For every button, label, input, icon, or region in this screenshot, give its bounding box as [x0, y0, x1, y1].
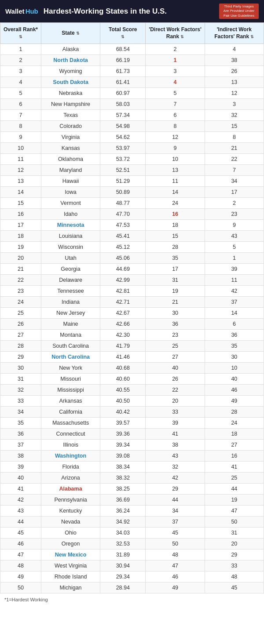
- cell-indirect: 44: [205, 484, 264, 495]
- cell-state: Arizona: [41, 473, 100, 484]
- cell-state: Utah: [41, 253, 100, 264]
- cell-score: 41.46: [100, 352, 146, 363]
- cell-rank: 44: [0, 517, 41, 528]
- cell-rank: 35: [0, 418, 41, 429]
- cell-state: Ohio: [41, 528, 100, 538]
- cell-state: New York: [41, 363, 100, 374]
- cell-score: 44.69: [100, 264, 146, 275]
- cell-indirect: 18: [205, 429, 264, 440]
- cell-score: 53.72: [100, 154, 146, 165]
- cell-direct: 50: [146, 538, 205, 549]
- table-row: 24Indiana42.712137: [0, 297, 264, 308]
- cell-state: Michigan: [41, 582, 100, 593]
- cell-indirect: 27: [205, 440, 264, 451]
- cell-rank: 19: [0, 242, 41, 253]
- cell-rank: 33: [0, 396, 41, 407]
- cell-state: Wisconsin: [41, 242, 100, 253]
- cell-score: 32.53: [100, 538, 146, 549]
- table-row: 37Illinois39.343827: [0, 440, 264, 451]
- table-row: 7Texas57.34632: [0, 110, 264, 121]
- cell-rank: 40: [0, 473, 41, 484]
- col-header-direct[interactable]: 'Direct Work Factors' Rank ⇅: [146, 23, 205, 44]
- cell-indirect: 45: [205, 582, 264, 593]
- table-row: 49Rhode Island29.344648: [0, 571, 264, 582]
- cell-state: South Carolina: [41, 341, 100, 352]
- cell-indirect: 43: [205, 231, 264, 242]
- cell-direct: 41: [146, 429, 205, 440]
- cell-direct: 2: [146, 44, 205, 55]
- cell-direct: 47: [146, 560, 205, 571]
- cell-score: 30.94: [100, 560, 146, 571]
- col-header-indirect[interactable]: 'Indirect Work Factors' Rank ⇅: [205, 23, 264, 44]
- cell-state: Massachusetts: [41, 418, 100, 429]
- table-row: 25New Jersey42.673014: [0, 308, 264, 319]
- cell-direct: 24: [146, 198, 205, 209]
- table-row: 50Michigan28.944945: [0, 582, 264, 593]
- cell-state: Nevada: [41, 517, 100, 528]
- cell-indirect: 37: [205, 297, 264, 308]
- cell-direct: 19: [146, 286, 205, 297]
- cell-rank: 28: [0, 341, 41, 352]
- header-title: Hardest-Working States in the U.S.: [44, 7, 214, 16]
- cell-indirect: 6: [205, 319, 264, 330]
- cell-rank: 17: [0, 220, 41, 231]
- table-row: 48West Virginia30.944733: [0, 560, 264, 571]
- cell-state: Alaska: [41, 44, 100, 55]
- cell-indirect: 5: [205, 242, 264, 253]
- cell-score: 54.62: [100, 132, 146, 143]
- col-header-state[interactable]: State ⇅: [41, 23, 100, 44]
- cell-state: West Virginia: [41, 560, 100, 571]
- cell-direct: 30: [146, 308, 205, 319]
- cell-direct: 28: [146, 242, 205, 253]
- cell-score: 42.66: [100, 319, 146, 330]
- table-row: 11Oklahoma53.721022: [0, 154, 264, 165]
- cell-direct: 48: [146, 549, 205, 560]
- cell-rank: 3: [0, 66, 41, 77]
- cell-rank: 14: [0, 187, 41, 198]
- cell-direct: 10: [146, 154, 205, 165]
- cell-indirect: 50: [205, 517, 264, 528]
- cell-direct: 18: [146, 220, 205, 231]
- table-row: 45Ohio34.034531: [0, 528, 264, 538]
- col-header-score[interactable]: Total Score⇅: [100, 23, 146, 44]
- table-header-row: Overall Rank*⇅ State ⇅ Total Score⇅ 'Dir…: [0, 23, 264, 44]
- cell-rank: 9: [0, 132, 41, 143]
- cell-indirect: 8: [205, 132, 264, 143]
- cell-rank: 8: [0, 121, 41, 132]
- cell-direct: 13: [146, 165, 205, 176]
- cell-direct: 37: [146, 517, 205, 528]
- cell-state: Iowa: [41, 187, 100, 198]
- cell-rank: 45: [0, 528, 41, 538]
- cell-indirect: 36: [205, 330, 264, 341]
- cell-direct: 21: [146, 297, 205, 308]
- cell-rank: 20: [0, 253, 41, 264]
- cell-indirect: 21: [205, 143, 264, 154]
- col-header-rank[interactable]: Overall Rank*⇅: [0, 23, 41, 44]
- cell-score: 47.53: [100, 220, 146, 231]
- cell-rank: 42: [0, 495, 41, 506]
- cell-score: 40.42: [100, 407, 146, 418]
- cell-rank: 11: [0, 154, 41, 165]
- cell-direct: 7: [146, 99, 205, 110]
- cell-score: 47.70: [100, 209, 146, 220]
- logo-hub: Hub: [26, 7, 38, 15]
- cell-indirect: 19: [205, 495, 264, 506]
- cell-direct: 31: [146, 275, 205, 286]
- table-row: 21Georgia44.691739: [0, 264, 264, 275]
- cell-indirect: 3: [205, 99, 264, 110]
- table-row: 39Florida38.343241: [0, 462, 264, 473]
- table-row: 2North Dakota66.19138: [0, 55, 264, 66]
- cell-state: Indiana: [41, 297, 100, 308]
- cell-rank: 10: [0, 143, 41, 154]
- cell-indirect: 11: [205, 275, 264, 286]
- cell-score: 40.68: [100, 363, 146, 374]
- cell-state: South Dakota: [41, 77, 100, 88]
- table-row: 9Virginia54.62128: [0, 132, 264, 143]
- cell-rank: 16: [0, 209, 41, 220]
- cell-state: Georgia: [41, 264, 100, 275]
- cell-state: Wyoming: [41, 66, 100, 77]
- table-row: 4South Dakota61.41413: [0, 77, 264, 88]
- cell-rank: 2: [0, 55, 41, 66]
- cell-score: 38.34: [100, 462, 146, 473]
- cell-indirect: 12: [205, 88, 264, 99]
